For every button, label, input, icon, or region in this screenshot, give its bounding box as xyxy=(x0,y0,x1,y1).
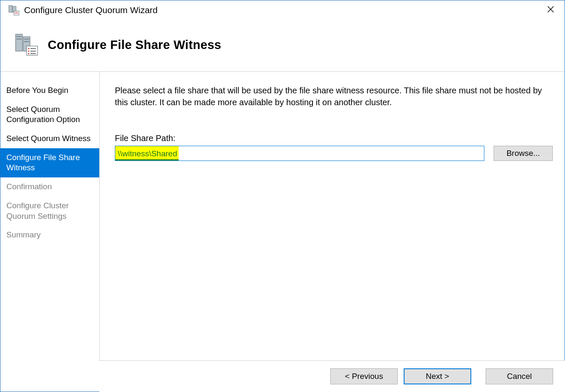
close-icon xyxy=(547,5,554,15)
previous-button[interactable]: < Previous xyxy=(330,368,398,384)
wizard-steps-sidebar: Before You Begin Select Quorum Configura… xyxy=(0,72,100,378)
sidebar-item-before-you-begin[interactable]: Before You Begin xyxy=(0,81,99,100)
sidebar-item-summary: Summary xyxy=(0,226,99,245)
sidebar-item-configure-file-share-witness[interactable]: Configure File Share Witness xyxy=(0,148,99,177)
next-button[interactable]: Next > xyxy=(404,368,471,384)
sidebar-item-select-quorum-witness[interactable]: Select Quorum Witness xyxy=(0,129,99,148)
file-share-path-input[interactable]: \\witness\Shared xyxy=(115,146,484,161)
svg-point-16 xyxy=(28,50,29,52)
svg-rect-0 xyxy=(9,5,12,12)
svg-rect-10 xyxy=(16,38,22,40)
cluster-wizard-icon xyxy=(8,4,20,16)
title-bar: Configure Cluster Quorum Wizard xyxy=(0,0,565,18)
svg-point-14 xyxy=(28,48,29,49)
page-title: Configure File Share Witness xyxy=(48,38,221,52)
file-share-path-value: \\witness\Shared xyxy=(115,146,179,161)
cluster-large-icon xyxy=(13,31,39,59)
sidebar-item-select-quorum-config[interactable]: Select Quorum Configuration Option xyxy=(0,100,99,129)
svg-rect-9 xyxy=(16,36,22,37)
close-button[interactable] xyxy=(541,3,560,17)
cancel-button[interactable]: Cancel xyxy=(486,368,553,384)
wizard-footer: < Previous Next > Cancel xyxy=(99,360,565,392)
svg-rect-2 xyxy=(14,11,19,15)
svg-point-18 xyxy=(28,53,29,54)
sidebar-item-confirmation: Confirmation xyxy=(0,177,99,196)
file-share-path-label: File Share Path: xyxy=(115,133,553,143)
svg-rect-11 xyxy=(24,38,29,40)
browse-button[interactable]: Browse... xyxy=(494,146,553,161)
wizard-main-panel: Please select a file share that will be … xyxy=(100,72,565,378)
window-title: Configure Cluster Quorum Wizard xyxy=(24,5,158,15)
svg-rect-12 xyxy=(24,41,29,42)
instruction-text: Please select a file share that will be … xyxy=(115,84,553,108)
sidebar-item-configure-cluster-quorum-settings: Configure Cluster Quorum Settings xyxy=(0,196,99,226)
wizard-header: Configure File Share Witness xyxy=(0,18,565,72)
